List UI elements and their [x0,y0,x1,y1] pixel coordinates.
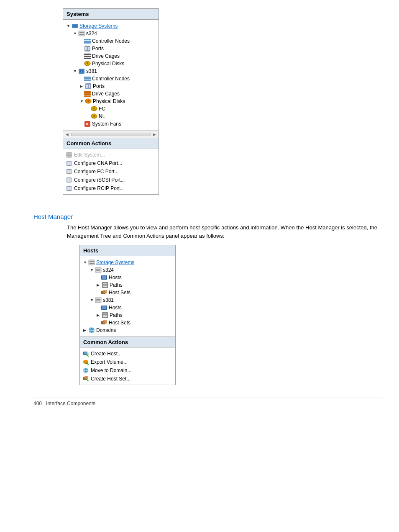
action-move-to-domain[interactable]: Move to Domain... [82,366,173,375]
fc-icon [91,105,97,112]
svg-point-87 [83,360,88,363]
host-sets-icon-2 [101,319,107,326]
action-export-volume[interactable]: Export Volume... [82,358,173,366]
tree-drive-cages-1[interactable]: Drive Cages [65,52,157,60]
svg-rect-8 [84,42,91,44]
svg-rect-27 [84,91,91,93]
tree-fc[interactable]: FC [65,105,157,113]
paths-label-1: Paths [110,282,123,288]
svg-point-38 [93,115,95,117]
systems-actions-area: Edit System... Configure CNA Port... [63,149,159,194]
scrollbar-track[interactable] [71,133,151,136]
hosts-hosts-2[interactable]: Hosts [82,304,174,311]
configure-iscsi-label: Configure iSCSI Port... [74,177,125,183]
tree-nl[interactable]: NL [65,113,157,120]
create-host-label: Create Host... [91,351,122,357]
export-volume-label: Export Volume... [91,359,128,365]
tree-system-fans[interactable]: ✕ System Fans [65,120,157,128]
tree-s324[interactable]: s324 [65,30,157,37]
edit-system-label: Edit System... [74,152,105,158]
svg-point-32 [87,100,89,102]
svg-rect-12 [84,54,91,55]
action-configure-cna[interactable]: Configure CNA Port... [66,159,156,167]
hosts-domains[interactable]: Domains [82,326,174,334]
hosts-common-actions-title: Common Actions [80,337,175,348]
physical-disks-label-2: Physical Disks [93,98,125,104]
tree-controller-nodes-1[interactable]: Controller Nodes [65,37,157,45]
svg-rect-46 [69,162,71,165]
physical-disks-label-1: Physical Disks [92,61,124,67]
nl-label: NL [99,113,105,119]
hosts-s324[interactable]: s324 [82,266,174,274]
hosts-host-sets-2[interactable]: Host Sets [82,319,174,326]
svg-rect-52 [69,178,71,182]
svg-rect-7 [84,41,91,42]
svg-text:✕: ✕ [85,122,89,126]
configure-fc-label: Configure FC Port... [74,169,119,175]
tree-physical-disks-2[interactable]: Physical Disks [65,98,157,105]
export-volume-icon [82,359,89,365]
hosts-icon-2 [101,304,107,311]
hosts-host-sets-1[interactable]: Host Sets [82,289,174,296]
hosts-actions-area: Create Host... Export Volume... [80,348,175,385]
tree-storage-systems[interactable]: Storage Systems [65,22,157,30]
svg-rect-63 [102,276,106,279]
hosts-s324-label: s324 [103,267,114,273]
nl-icon [91,113,97,120]
domains-icon [88,327,95,334]
drive-cages-icon-1 [84,53,91,59]
arrow-paths-1 [97,283,101,287]
s381-label: s381 [86,68,97,74]
configure-rcip-icon [66,185,72,192]
svg-rect-10 [85,47,87,50]
svg-rect-61 [96,270,100,271]
arrow-ports-2 [80,84,84,88]
systems-common-actions-title: Common Actions [63,138,159,149]
tree-ports-2[interactable]: Ports [65,82,157,90]
hosts-s381-icon [95,297,102,303]
svg-rect-14 [84,58,91,59]
action-configure-iscsi[interactable]: Configure iSCSI Port... [66,176,156,184]
hosts-s324-icon [95,267,102,273]
edit-system-icon [66,152,72,158]
action-edit-system[interactable]: Edit System... [66,151,156,159]
svg-rect-55 [69,187,71,190]
paths-label-2: Paths [110,312,123,318]
hosts-storage-systems[interactable]: Storage Systems [82,259,174,266]
move-to-domain-label: Move to Domain... [91,368,131,373]
action-configure-fc[interactable]: Configure FC Port... [66,167,156,176]
move-to-domain-icon [82,367,89,374]
tree-controller-nodes-2[interactable]: Controller Nodes [65,75,157,82]
svg-rect-70 [95,298,101,303]
systems-tree: Storage Systems s324 [63,20,159,130]
tree-physical-disks-1[interactable]: Physical Disks [65,60,157,67]
tree-ports-1[interactable]: Ports [65,45,157,52]
hosts-paths-1[interactable]: Paths [82,281,174,289]
configure-rcip-label: Configure RCIP Port... [74,185,124,191]
tree-drive-cages-2[interactable]: Drive Cages [65,90,157,98]
fc-label: FC [99,106,105,112]
svg-rect-29 [84,95,91,97]
action-create-host-set[interactable]: Create Host Set... [82,375,173,383]
hosts-paths-2[interactable]: Paths [82,311,174,319]
hosts-tree: Storage Systems s324 [80,256,175,337]
action-configure-rcip[interactable]: Configure RCIP Port... [66,184,156,193]
svg-rect-23 [84,80,91,81]
arrow-s324 [73,31,77,36]
paths-icon-1 [102,282,108,288]
hosts-hosts-1[interactable]: Hosts [82,274,174,281]
hosts-s381[interactable]: s381 [82,296,174,304]
svg-rect-45 [67,162,69,165]
svg-rect-54 [67,187,69,190]
systems-panel-title: Systems [63,9,159,20]
physical-disks-icon-1 [84,60,91,67]
hosts-panel: Hosts Storage Systems [79,245,176,385]
arrow-hosts-storage [83,260,87,265]
svg-rect-57 [90,261,94,262]
action-create-host[interactable]: Create Host... [82,350,173,358]
create-host-set-label: Create Host Set... [91,376,130,382]
tree-s381[interactable]: s381 [65,67,157,75]
systems-scrollbar[interactable]: ◄ ► [63,130,159,138]
svg-rect-28 [84,93,91,95]
hosts-label-1: Hosts [109,275,122,280]
